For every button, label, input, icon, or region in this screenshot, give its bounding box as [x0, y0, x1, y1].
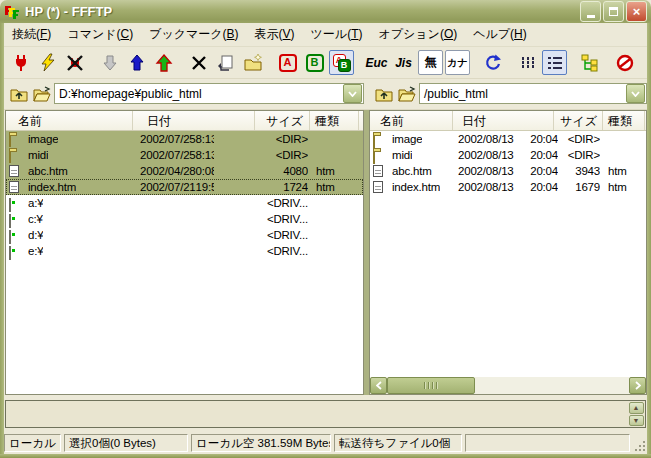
binary-mode-button[interactable]: B	[302, 50, 327, 75]
hankaku-kana-button[interactable]: カナ	[445, 50, 470, 75]
table-row[interactable]: midi 2002/08/1320:04 <DIR>	[370, 147, 646, 163]
chevron-up-icon: ▲	[633, 404, 640, 411]
local-path-value: D:¥homepage¥public_html	[55, 87, 342, 101]
scrollbar-thumb[interactable]	[387, 377, 475, 394]
table-row[interactable]: d:¥ <DRIV...	[6, 227, 363, 243]
remote-change-dir-button[interactable]	[396, 83, 417, 104]
mkdir-button[interactable]	[240, 50, 265, 75]
local-path-dropdown-button[interactable]	[343, 84, 362, 103]
detail-view-button[interactable]	[542, 50, 567, 75]
mirror-upload-button[interactable]	[151, 50, 176, 75]
file-size: <DIR>	[246, 131, 308, 147]
column-header-date[interactable]: 日付	[453, 111, 554, 130]
disconnect-button[interactable]	[62, 50, 87, 75]
file-size: <DIR>	[550, 131, 600, 147]
kanji-none-button[interactable]: 無	[418, 50, 443, 75]
resize-grip-icon[interactable]	[633, 439, 645, 451]
column-header-date[interactable]: 日付	[133, 111, 255, 130]
file-name: midi	[28, 147, 48, 163]
table-row[interactable]: abc.htm 2002/04/280:08 4080 htm	[6, 163, 363, 179]
menu-bookmark[interactable]: ブックマーク(B)	[141, 23, 246, 46]
minimize-button[interactable]	[580, 1, 601, 22]
tree-view-button[interactable]	[577, 50, 602, 75]
column-header-type[interactable]: 種類	[310, 111, 359, 130]
connect-button[interactable]	[8, 50, 33, 75]
column-header-name[interactable]: 名前	[370, 111, 453, 130]
menu-connect[interactable]: 接続(F)	[4, 23, 59, 46]
remote-path-dropdown-button[interactable]	[626, 84, 645, 103]
refresh-button[interactable]	[480, 50, 505, 75]
scrollbar-track[interactable]	[475, 377, 629, 394]
remote-path-combobox[interactable]: /public_html	[419, 83, 647, 104]
scroll-down-button[interactable]: ▼	[629, 415, 644, 427]
file-type: htm	[608, 163, 627, 179]
path-bar-row: D:¥homepage¥public_html /public_html	[4, 80, 647, 110]
file-date: 2002/08/1320:04	[458, 179, 558, 195]
folder-open-icon	[33, 85, 51, 103]
auto-mode-button[interactable]: AB	[329, 50, 354, 75]
scroll-right-button[interactable]	[629, 377, 646, 394]
table-row[interactable]: a:¥ <DRIV...	[6, 195, 363, 211]
file-name: a:¥	[28, 195, 43, 211]
file-date: 2002/04/280:08	[140, 163, 214, 179]
close-button[interactable]: ×	[626, 1, 647, 22]
chevron-left-icon	[376, 381, 382, 390]
client-area: 接続(F) コマンド(C) ブックマーク(B) 表示(V) ツール(T) オプシ…	[4, 23, 647, 454]
local-up-dir-button[interactable]	[8, 83, 29, 104]
abort-button[interactable]	[612, 50, 637, 75]
quick-connect-button[interactable]	[35, 50, 60, 75]
remote-up-dir-button[interactable]	[373, 83, 394, 104]
unplug-icon	[65, 53, 85, 73]
folder-open-icon	[398, 85, 416, 103]
titlebar[interactable]: HP (*) - FFFTP ×	[0, 0, 651, 23]
menu-help[interactable]: ヘルプ(H)	[465, 23, 535, 46]
ascii-mode-button[interactable]: A	[275, 50, 300, 75]
table-row[interactable]: abc.htm 2002/08/1320:04 3943 htm	[370, 163, 646, 179]
refresh-icon	[483, 53, 503, 73]
table-row[interactable]: index.htm 2002/07/2119:55 1724 htm	[6, 179, 363, 195]
file-date: 2002/08/1320:04	[458, 147, 558, 163]
table-row[interactable]: c:¥ <DRIV...	[6, 211, 363, 227]
file-name: c:¥	[28, 211, 43, 227]
rename-button[interactable]	[213, 50, 238, 75]
scroll-left-button[interactable]	[370, 377, 387, 394]
minimize-icon	[587, 15, 595, 18]
table-row[interactable]: index.htm 2002/08/1320:04 1679 htm	[370, 179, 646, 195]
file-icon	[373, 165, 383, 177]
column-header-name[interactable]: 名前	[6, 111, 133, 130]
menubar: 接続(F) コマンド(C) ブックマーク(B) 表示(V) ツール(T) オプシ…	[4, 23, 647, 47]
remote-rows: image 2002/08/1320:04 <DIR> midi 2002/08…	[370, 131, 646, 195]
detail-list-icon	[545, 53, 565, 73]
download-button[interactable]	[97, 50, 122, 75]
menu-command[interactable]: コマンド(C)	[59, 23, 141, 46]
ascii-mode-icon: A	[279, 54, 297, 72]
column-header-size[interactable]: サイズ	[554, 111, 603, 130]
menu-tool[interactable]: ツール(T)	[303, 23, 371, 46]
menu-option[interactable]: オプション(O)	[370, 23, 465, 46]
column-header-size[interactable]: サイズ	[255, 111, 310, 130]
horizontal-scrollbar[interactable]	[370, 377, 646, 394]
table-row[interactable]: image 2002/07/258:13 <DIR>	[6, 131, 363, 147]
table-row[interactable]: midi 2002/07/258:13 <DIR>	[6, 147, 363, 163]
local-path-combobox[interactable]: D:¥homepage¥public_html	[54, 83, 364, 104]
list-view-button[interactable]	[515, 50, 540, 75]
table-row[interactable]: e:¥ <DRIV...	[6, 243, 363, 259]
maximize-button[interactable]	[603, 1, 624, 22]
maximize-icon	[609, 7, 618, 16]
file-date: 2002/07/2119:55	[140, 179, 214, 195]
kanji-euc-button[interactable]: Euc	[364, 50, 389, 75]
local-change-dir-button[interactable]	[31, 83, 52, 104]
delete-button[interactable]	[186, 50, 211, 75]
scroll-up-button[interactable]: ▲	[629, 402, 644, 414]
table-row[interactable]: image 2002/08/1320:04 <DIR>	[370, 131, 646, 147]
column-header-type[interactable]: 種類	[603, 111, 645, 130]
kanji-euc-icon: Euc	[365, 56, 387, 70]
file-date: 2002/07/258:13	[140, 147, 214, 163]
kanji-jis-button[interactable]: Jis	[391, 50, 416, 75]
auto-mode-icon: AB	[333, 54, 351, 72]
lightning-icon	[38, 53, 58, 73]
menu-view[interactable]: 表示(V)	[247, 23, 303, 46]
upload-button[interactable]	[124, 50, 149, 75]
local-file-list: 名前 日付 サイズ 種類 image 2002/07/258:13 <DIR> …	[5, 110, 364, 395]
kanji-jis-icon: Jis	[395, 56, 412, 70]
